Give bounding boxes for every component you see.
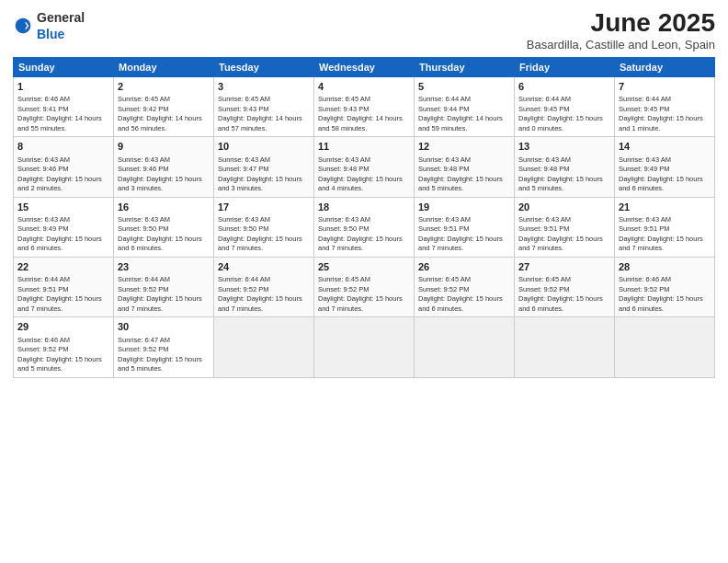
day-number: 2 <box>118 80 210 94</box>
th-tuesday: Tuesday <box>214 57 314 76</box>
month-title: June 2025 <box>527 9 715 38</box>
day-number: 7 <box>619 80 711 94</box>
cell-4-2 <box>214 317 314 377</box>
day-number: 29 <box>17 320 109 334</box>
cell-4-1: 30Sunrise: 6:47 AMSunset: 9:52 PMDayligh… <box>114 317 214 377</box>
day-number: 14 <box>619 140 711 154</box>
cell-1-3: 11Sunrise: 6:43 AMSunset: 9:48 PMDayligh… <box>314 137 415 197</box>
day-number: 19 <box>418 201 510 214</box>
week-row-2: 8Sunrise: 6:43 AMSunset: 9:46 PMDaylight… <box>14 137 715 197</box>
header-row-weekdays: Sunday Monday Tuesday Wednesday Thursday… <box>14 57 715 76</box>
cell-0-5: 6Sunrise: 6:44 AMSunset: 9:45 PMDaylight… <box>515 76 615 136</box>
day-number: 27 <box>518 260 610 274</box>
th-wednesday: Wednesday <box>314 57 415 76</box>
logo: General Blue <box>13 9 85 42</box>
day-number: 18 <box>318 201 410 214</box>
day-number: 16 <box>118 201 210 214</box>
week-row-3: 15Sunrise: 6:43 AMSunset: 9:49 PMDayligh… <box>14 197 715 257</box>
cell-0-1: 2Sunrise: 6:45 AMSunset: 9:42 PMDaylight… <box>114 76 214 136</box>
cell-3-3: 25Sunrise: 6:45 AMSunset: 9:52 PMDayligh… <box>314 257 415 316</box>
day-number: 12 <box>418 140 510 154</box>
th-monday: Monday <box>114 57 214 76</box>
cell-4-4 <box>415 317 515 377</box>
page: General Blue June 2025 Basardilla, Casti… <box>0 0 728 563</box>
cell-1-2: 10Sunrise: 6:43 AMSunset: 9:47 PMDayligh… <box>214 137 314 197</box>
cell-1-4: 12Sunrise: 6:43 AMSunset: 9:48 PMDayligh… <box>415 137 515 197</box>
cell-4-0: 29Sunrise: 6:46 AMSunset: 9:52 PMDayligh… <box>14 317 114 377</box>
logo-blue: Blue <box>37 27 64 41</box>
day-number: 30 <box>118 320 210 334</box>
cell-4-6 <box>615 317 715 377</box>
cell-0-4: 5Sunrise: 6:44 AMSunset: 9:44 PMDaylight… <box>415 76 515 136</box>
day-number: 21 <box>619 201 711 214</box>
location-subtitle: Basardilla, Castille and Leon, Spain <box>527 38 715 52</box>
th-thursday: Thursday <box>415 57 515 76</box>
logo-icon <box>13 16 33 36</box>
cell-1-0: 8Sunrise: 6:43 AMSunset: 9:46 PMDaylight… <box>14 137 114 197</box>
cell-2-1: 16Sunrise: 6:43 AMSunset: 9:50 PMDayligh… <box>114 197 214 257</box>
week-row-4: 22Sunrise: 6:44 AMSunset: 9:51 PMDayligh… <box>14 257 715 316</box>
th-sunday: Sunday <box>14 57 114 76</box>
cell-1-1: 9Sunrise: 6:43 AMSunset: 9:46 PMDaylight… <box>114 137 214 197</box>
day-number: 25 <box>318 260 410 274</box>
cell-3-0: 22Sunrise: 6:44 AMSunset: 9:51 PMDayligh… <box>14 257 114 316</box>
day-number: 28 <box>619 260 711 274</box>
day-number: 15 <box>17 201 109 214</box>
week-row-1: 1Sunrise: 6:46 AMSunset: 9:41 PMDaylight… <box>14 76 715 136</box>
day-number: 22 <box>17 260 109 274</box>
day-number: 13 <box>518 140 610 154</box>
cell-0-0: 1Sunrise: 6:46 AMSunset: 9:41 PMDaylight… <box>14 76 114 136</box>
day-number: 5 <box>418 80 510 94</box>
day-number: 1 <box>17 80 109 94</box>
day-number: 9 <box>118 140 210 154</box>
day-number: 3 <box>218 80 310 94</box>
cell-3-6: 28Sunrise: 6:46 AMSunset: 9:52 PMDayligh… <box>615 257 715 316</box>
cell-1-6: 14Sunrise: 6:43 AMSunset: 9:49 PMDayligh… <box>615 137 715 197</box>
cell-3-1: 23Sunrise: 6:44 AMSunset: 9:52 PMDayligh… <box>114 257 214 316</box>
header-row: General Blue June 2025 Basardilla, Casti… <box>13 9 715 52</box>
day-number: 23 <box>118 260 210 274</box>
day-number: 26 <box>418 260 510 274</box>
day-number: 20 <box>518 201 610 214</box>
cell-2-5: 20Sunrise: 6:43 AMSunset: 9:51 PMDayligh… <box>515 197 615 257</box>
cell-1-5: 13Sunrise: 6:43 AMSunset: 9:48 PMDayligh… <box>515 137 615 197</box>
day-number: 10 <box>218 140 310 154</box>
cell-0-6: 7Sunrise: 6:44 AMSunset: 9:45 PMDaylight… <box>615 76 715 136</box>
th-saturday: Saturday <box>615 57 715 76</box>
logo-text: General Blue <box>37 9 85 42</box>
cell-2-4: 19Sunrise: 6:43 AMSunset: 9:51 PMDayligh… <box>415 197 515 257</box>
cell-2-2: 17Sunrise: 6:43 AMSunset: 9:50 PMDayligh… <box>214 197 314 257</box>
day-number: 17 <box>218 201 310 214</box>
cell-2-0: 15Sunrise: 6:43 AMSunset: 9:49 PMDayligh… <box>14 197 114 257</box>
day-number: 8 <box>17 140 109 154</box>
day-number: 11 <box>318 140 410 154</box>
cell-3-4: 26Sunrise: 6:45 AMSunset: 9:52 PMDayligh… <box>415 257 515 316</box>
cell-4-3 <box>314 317 415 377</box>
day-number: 24 <box>218 260 310 274</box>
cell-0-3: 4Sunrise: 6:45 AMSunset: 9:43 PMDaylight… <box>314 76 415 136</box>
cell-3-5: 27Sunrise: 6:45 AMSunset: 9:52 PMDayligh… <box>515 257 615 316</box>
th-friday: Friday <box>515 57 615 76</box>
cell-4-5 <box>515 317 615 377</box>
week-row-5: 29Sunrise: 6:46 AMSunset: 9:52 PMDayligh… <box>14 317 715 377</box>
title-block: June 2025 Basardilla, Castille and Leon,… <box>527 9 715 52</box>
logo-general: General <box>37 10 85 25</box>
calendar-table: Sunday Monday Tuesday Wednesday Thursday… <box>13 57 715 378</box>
cell-2-3: 18Sunrise: 6:43 AMSunset: 9:50 PMDayligh… <box>314 197 415 257</box>
cell-2-6: 21Sunrise: 6:43 AMSunset: 9:51 PMDayligh… <box>615 197 715 257</box>
day-number: 6 <box>518 80 610 94</box>
cell-3-2: 24Sunrise: 6:44 AMSunset: 9:52 PMDayligh… <box>214 257 314 316</box>
cell-0-2: 3Sunrise: 6:45 AMSunset: 9:43 PMDaylight… <box>214 76 314 136</box>
day-number: 4 <box>318 80 410 94</box>
